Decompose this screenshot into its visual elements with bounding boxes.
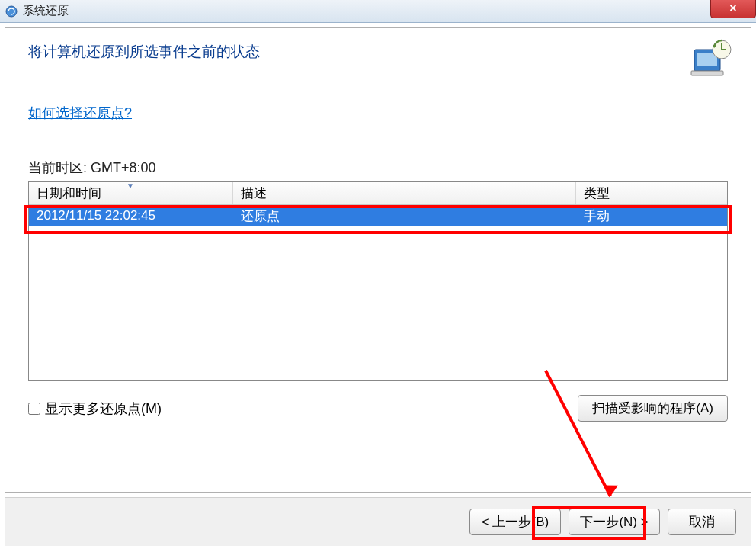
titlebar: 系统还原 × [0,0,756,23]
svg-point-0 [6,6,17,17]
close-button[interactable]: × [710,0,756,18]
back-button[interactable]: < 上一步(B) [469,509,561,535]
next-button[interactable]: 下一步(N) > [569,509,660,535]
system-restore-icon [5,5,18,18]
sort-descending-icon: ▼ [127,181,134,190]
cancel-button[interactable]: 取消 [668,509,736,535]
show-more-checkbox-wrap[interactable]: 显示更多还原点(M) [28,400,162,418]
column-header-date[interactable]: 日期和时间 ▼ [29,182,233,204]
separator [5,82,751,82]
cell-description: 还原点 [233,206,576,226]
timezone-label: 当前时区: GMT+8:00 [28,159,728,177]
scan-affected-programs-button[interactable]: 扫描受影响的程序(A) [578,395,728,422]
system-restore-wizard-icon [690,39,734,79]
close-icon: × [729,2,736,15]
svg-rect-3 [691,71,723,75]
help-link[interactable]: 如何选择还原点? [28,105,132,120]
table-row[interactable]: 2012/11/15 22:02:45 还原点 手动 [29,205,727,226]
wizard-content: 将计算机还原到所选事件之前的状态 如何选择还原点? 当前时区: GMT+8:00… [5,27,751,493]
show-more-checkbox[interactable] [28,403,40,415]
restore-points-table: 日期和时间 ▼ 描述 类型 2012/11/15 22:02:45 还原点 手动 [28,181,728,381]
cell-date: 2012/11/15 22:02:45 [29,207,233,225]
column-header-description[interactable]: 描述 [233,182,576,204]
page-title: 将计算机还原到所选事件之前的状态 [28,42,260,62]
window-title: 系统还原 [23,4,69,18]
cell-type: 手动 [576,206,727,226]
column-header-type[interactable]: 类型 [576,182,727,204]
table-header: 日期和时间 ▼ 描述 类型 [29,182,727,205]
wizard-button-bar: < 上一步(B) 下一步(N) > 取消 [5,497,751,546]
show-more-label: 显示更多还原点(M) [45,400,162,418]
